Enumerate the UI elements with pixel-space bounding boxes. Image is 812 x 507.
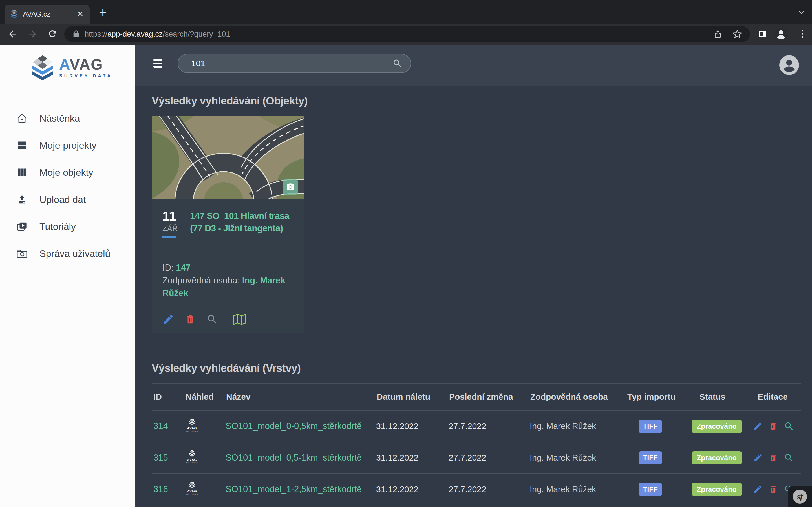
browser-tab-bar: AVAG.cz ✕ + [0, 0, 812, 24]
map-icon[interactable] [233, 314, 246, 325]
camera-icon [16, 249, 28, 258]
object-card-photo[interactable] [152, 116, 304, 199]
layer-name-link[interactable]: SO101_model_0,5-1km_stěrkodrtě [225, 453, 361, 462]
row-actions [751, 453, 801, 463]
person-label: Zodpovědná osoba: [162, 276, 240, 285]
sidebar-item-upload-dat[interactable]: Upload dat [0, 186, 135, 213]
row-delete-trash-icon[interactable] [769, 453, 777, 462]
layer-thumbnail[interactable]: AVAG SURVEY DATA [181, 450, 225, 466]
col-nazev: Název [225, 392, 376, 402]
browser-tab[interactable]: AVAG.cz ✕ [4, 4, 90, 24]
tab-close-icon[interactable]: ✕ [76, 9, 85, 19]
browser-profile-avatar[interactable] [774, 27, 788, 41]
url-text: https://app-dev.avag.cz/search/?query=10… [85, 30, 703, 39]
object-title-link[interactable]: 147 SO_101 Hlavní trasa (77 D3 - Jižní t… [190, 210, 289, 238]
col-status: Status [692, 392, 751, 402]
browser-window: AVAG.cz ✕ + https://app-dev.avag.cz/sear… [0, 0, 812, 507]
status-badge: Zpracováno [692, 451, 742, 464]
col-datum-naletu: Datum náletu [376, 392, 449, 402]
layer-person: Ing. Marek Růžek [530, 485, 627, 494]
browser-toolbar: https://app-dev.avag.cz/search/?query=10… [0, 24, 812, 45]
status-badge: Zpracováno [692, 420, 742, 433]
symfony-debug-toolbar-button[interactable]: sf [788, 486, 812, 507]
sidebar-item-moje-objekty[interactable]: Moje objekty [0, 159, 135, 186]
layer-flight-date: 31.12.2022 [376, 485, 449, 494]
layers-table-header: ID Náhled Název Datum náletu Poslední zm… [152, 383, 801, 411]
row-edit-pencil-icon[interactable] [753, 485, 763, 494]
row-actions [751, 421, 801, 432]
layer-person: Ing. Marek Růžek [530, 453, 627, 462]
object-card: 11 ZÁŘ 147 SO_101 Hlavní trasa (77 D3 - … [152, 116, 304, 333]
sidebar-item-moje-projekty[interactable]: Moje projekty [0, 132, 135, 159]
date-month: ZÁŘ [162, 224, 183, 233]
app-header [135, 45, 812, 86]
col-posledni-zmena: Poslední změna [449, 392, 530, 402]
delete-trash-icon[interactable] [185, 314, 196, 325]
avag-logo[interactable]: AVAG SURVEY DATA [29, 55, 135, 80]
layer-id-link[interactable]: 314 [152, 421, 181, 431]
layer-thumbnail[interactable]: AVAG SURVEY DATA [181, 418, 225, 434]
camera-badge-icon[interactable] [283, 179, 298, 195]
back-arrow-icon[interactable] [7, 29, 18, 40]
sidebar-item-tutorialy[interactable]: Tutoriály [0, 213, 135, 240]
sidebar-item-sprava-uzivatelu[interactable]: Správa uživatelů [0, 240, 135, 267]
row-detail-search-icon[interactable] [784, 453, 794, 463]
layer-person: Ing. Marek Růžek [530, 421, 627, 431]
grid-3x3-icon [16, 167, 28, 177]
logo-subtitle: SURVEY DATA [59, 73, 112, 78]
new-tab-button[interactable]: + [95, 4, 111, 20]
upload-icon [16, 194, 28, 205]
forward-arrow-icon[interactable] [27, 29, 38, 40]
row-edit-pencil-icon[interactable] [753, 453, 763, 462]
layer-name-link[interactable]: SO101_model_0-0,5km_stěrkodrtě [225, 421, 361, 431]
row-edit-pencil-icon[interactable] [753, 421, 763, 431]
symfony-logo-icon: sf [793, 490, 807, 504]
sidebar-item-nastenka[interactable]: Nástěnka [0, 105, 135, 132]
import-type-badge: TIFF [639, 451, 662, 464]
layer-id-link[interactable]: 315 [152, 453, 181, 463]
col-id: ID [152, 392, 181, 402]
bookmark-star-icon[interactable] [732, 29, 742, 39]
id-value[interactable]: 147 [176, 263, 191, 273]
date-day: 11 [162, 210, 183, 223]
layer-thumbnail[interactable]: AVAG SURVEY DATA [181, 481, 225, 497]
col-editace: Editace [751, 392, 801, 402]
hamburger-menu-icon[interactable] [153, 59, 162, 69]
search-input[interactable] [178, 59, 393, 68]
layer-name-link[interactable]: SO101_model_1-2,5km_stěrkodrtě [225, 484, 361, 494]
sidebar: AVAG SURVEY DATA Nástěnka Moje projekty [0, 45, 135, 507]
layers-table-body: 314 AVAG SURVEY DATA SO101_model_0-0,5km… [152, 411, 801, 505]
search-icon[interactable] [393, 58, 403, 68]
tab-strip-chevron-icon[interactable] [797, 8, 806, 16]
user-avatar[interactable] [779, 55, 799, 75]
address-bar[interactable]: https://app-dev.avag.cz/search/?query=10… [64, 26, 750, 42]
svg-text:AVAG: AVAG [187, 458, 197, 461]
share-icon[interactable] [713, 30, 722, 39]
edit-pencil-icon[interactable] [162, 314, 174, 325]
svg-text:AVAG: AVAG [187, 426, 197, 430]
detail-search-icon[interactable] [206, 314, 218, 325]
row-detail-search-icon[interactable] [784, 421, 794, 432]
main-area: Výsledky vyhledávání (Objekty) [135, 45, 812, 507]
row-delete-trash-icon[interactable] [769, 485, 777, 494]
search-box [177, 54, 411, 73]
grid-2x2-icon [16, 140, 28, 151]
layers-section-heading: Výsledky vyhledávání (Vrstvy) [152, 362, 801, 375]
layer-id-link[interactable]: 316 [152, 484, 181, 494]
object-date: 11 ZÁŘ [162, 210, 183, 238]
logo-word: AVAG [59, 57, 112, 72]
reload-icon[interactable] [47, 29, 58, 40]
browser-menu-dots-icon[interactable] [797, 28, 808, 40]
svg-text:SURVEY DATA: SURVEY DATA [186, 494, 198, 495]
id-label: ID: [162, 263, 174, 273]
content: Výsledky vyhledávání (Objekty) [135, 94, 812, 505]
row-delete-trash-icon[interactable] [769, 421, 777, 431]
layer-change-date: 27.7.2022 [449, 485, 530, 494]
import-type-badge: TIFF [639, 483, 662, 496]
side-panel-icon[interactable] [758, 29, 769, 40]
home-icon [16, 113, 28, 124]
table-row: 314 AVAG SURVEY DATA SO101_model_0-0,5km… [152, 411, 801, 442]
import-type-badge: TIFF [639, 420, 662, 433]
tab-favicon-avag-icon [10, 9, 18, 19]
layer-change-date: 27.7.2022 [449, 453, 530, 462]
